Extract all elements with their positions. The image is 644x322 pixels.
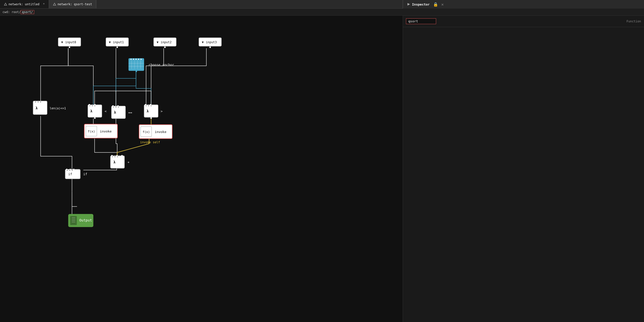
svg-point-68: [66, 169, 67, 170]
input1-label: input1: [113, 40, 124, 44]
svg-point-26: [38, 102, 39, 103]
inspector-name-input[interactable]: [406, 18, 436, 24]
canvas-area[interactable]: ▼ input0 ▼ input1 ▼ input2 ▼ input3: [0, 16, 403, 322]
choose-anchor-dot: [135, 71, 137, 72]
input2-dot: [164, 47, 166, 48]
svg-point-23: [138, 59, 139, 60]
svg-point-59: [94, 117, 96, 119]
svg-text:λ: λ: [147, 109, 149, 113]
tab-untitled-modified[interactable]: *: [43, 3, 45, 6]
tab-untitled-label: network: untitled: [9, 3, 39, 6]
invoke2-label: invoke: [155, 130, 166, 134]
invoke-self-label: invoke self: [140, 141, 160, 144]
if-text-label: if: [83, 172, 87, 176]
inspector-tab: Inspector 🔒 ✕: [403, 0, 644, 9]
diagram-svg: ▼ input0 ▼ input1 ▼ input2 ▼ input3: [0, 16, 403, 322]
lock-icon[interactable]: 🔒: [433, 2, 438, 7]
svg-point-22: [135, 59, 137, 60]
lambda-lt-box: [88, 105, 102, 117]
path-prefix: cwd: root/: [3, 10, 21, 14]
svg-point-51: [72, 170, 73, 171]
inspector-panel: Function: [403, 16, 644, 322]
svg-point-61: [117, 105, 119, 107]
svg-text:f(x): f(x): [143, 130, 150, 134]
lambda-len-label: len(a)<=1: [50, 107, 66, 110]
tab-qsort-test[interactable]: network: qsort-test: [49, 0, 96, 8]
svg-text:f(x): f(x): [88, 130, 95, 133]
svg-point-49: [67, 170, 68, 171]
svg-text:λ: λ: [113, 160, 115, 164]
svg-point-69: [70, 169, 71, 170]
svg-marker-0: [4, 3, 7, 5]
inspector-toolbar: Function: [403, 16, 644, 27]
svg-text:λ: λ: [90, 109, 92, 113]
inspector-triangle-icon: [407, 3, 410, 6]
svg-point-58: [94, 104, 96, 106]
invoke1-label: invoke: [100, 129, 112, 133]
tab-qsort-label: network: qsort-test: [58, 3, 92, 6]
svg-point-64: [150, 117, 152, 119]
path-highlight[interactable]: qsort/: [21, 10, 34, 14]
inspector-tab-label: Inspector: [412, 3, 430, 6]
tab-untitled[interactable]: network: untitled *: [0, 0, 49, 8]
inspector-type-label: Function: [626, 20, 641, 23]
choose-anchor-label: choose anchor: [149, 63, 174, 67]
svg-point-24: [141, 59, 142, 60]
svg-point-65: [111, 155, 113, 157]
lambda-lt-label: <: [105, 109, 107, 113]
svg-point-38: [148, 105, 149, 106]
lambda-plus-label: +: [127, 160, 129, 164]
lambda-gt-box: [144, 105, 158, 117]
svg-point-60: [112, 105, 114, 107]
svg-point-70: [73, 169, 74, 170]
input1-dot: [116, 47, 118, 48]
lambda-eq-box: [111, 106, 125, 119]
svg-text:▼: ▼: [202, 40, 204, 44]
lambda-len-box: [33, 101, 47, 115]
svg-point-66: [116, 155, 118, 157]
svg-text:λ: λ: [36, 106, 38, 110]
svg-point-21: [133, 59, 134, 60]
input2-label: input2: [161, 40, 171, 44]
svg-rect-3: [1, 16, 402, 322]
svg-point-25: [35, 102, 36, 103]
input3-label: input3: [206, 40, 217, 44]
svg-point-27: [40, 102, 41, 103]
input0-label: input0: [65, 40, 76, 44]
close-inspector-button[interactable]: ✕: [441, 2, 444, 7]
title-bar: network: untitled * network: qsort-test …: [0, 0, 644, 9]
svg-marker-1: [53, 3, 56, 5]
svg-point-57: [88, 104, 90, 106]
lambda-plus-box: [110, 156, 124, 168]
input0-icon: ▼: [61, 40, 63, 44]
choose-anchor-box: [128, 58, 144, 71]
input0-dot: [69, 47, 70, 48]
if-label: if: [68, 172, 72, 176]
svg-point-46: [114, 156, 115, 157]
svg-point-67: [121, 155, 123, 157]
svg-marker-2: [407, 3, 410, 6]
svg-point-20: [130, 59, 132, 60]
lambda-gt-label: >: [161, 109, 163, 113]
output-label: Output: [79, 218, 92, 222]
svg-point-62: [145, 104, 146, 106]
main-layout: ▼ input0 ▼ input1 ▼ input2 ▼ input3: [0, 16, 644, 322]
svg-point-30: [92, 105, 93, 106]
svg-point-50: [69, 170, 70, 171]
lambda-eq-label: ==: [128, 111, 132, 114]
network-icon-2: [53, 3, 56, 6]
inspector-toolbar-icons: 🔒 ✕: [433, 2, 444, 7]
svg-text:▼: ▼: [109, 40, 111, 44]
svg-point-34: [115, 107, 116, 108]
svg-text:λ: λ: [114, 110, 116, 114]
input3-dot: [209, 47, 211, 48]
svg-point-63: [150, 104, 151, 106]
path-bar: cwd: root/qsort/: [0, 9, 644, 16]
network-icon: [4, 3, 7, 6]
svg-text:▼: ▼: [157, 40, 159, 44]
